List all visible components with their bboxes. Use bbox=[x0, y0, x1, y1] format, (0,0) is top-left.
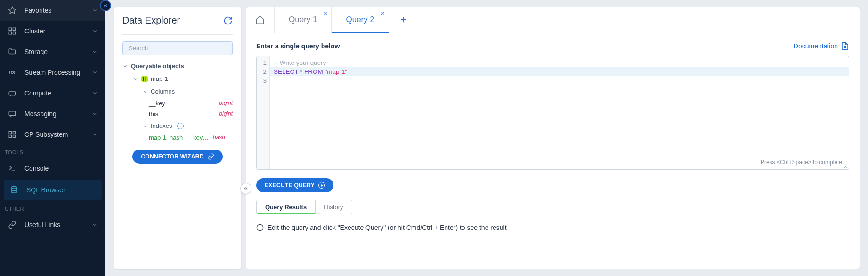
svg-rect-8 bbox=[9, 131, 11, 134]
index-row: map-1_hash___key-_... hash bbox=[122, 132, 233, 143]
svg-point-5 bbox=[11, 71, 14, 74]
tree-root[interactable]: Queryable objects bbox=[122, 60, 233, 72]
sidebar-item-cluster[interactable]: Cluster bbox=[0, 21, 105, 41]
resize-handle-icon[interactable] bbox=[842, 163, 848, 168]
sidebar-item-favorites[interactable]: Favorites bbox=[0, 0, 105, 21]
svg-rect-3 bbox=[9, 32, 11, 34]
sql-editor[interactable]: 123 -- Write your query SELECT * FROM "m… bbox=[256, 56, 849, 170]
tree-indexes-label: Indexes bbox=[151, 122, 172, 129]
chevron-down-icon bbox=[91, 221, 98, 228]
tree-indexes-node[interactable]: Indexes i bbox=[122, 119, 233, 132]
svg-marker-14 bbox=[321, 184, 323, 187]
column-row: this bigint bbox=[122, 109, 233, 119]
splitter-collapse-button[interactable] bbox=[240, 183, 251, 194]
sidebar-item-label: Messaging bbox=[24, 110, 57, 118]
code-comment: -- Write your query bbox=[274, 59, 326, 66]
svg-rect-2 bbox=[13, 28, 16, 30]
svg-rect-7 bbox=[9, 111, 16, 116]
sidebar-item-label: Console bbox=[24, 165, 49, 172]
doc-link-label: Documentation bbox=[794, 42, 838, 50]
sidebar-item-label: Cluster bbox=[24, 27, 45, 35]
query-area: Query 1 × Query 2 × Enter a single query… bbox=[246, 7, 860, 269]
svg-rect-9 bbox=[13, 131, 16, 134]
sidebar-item-compute[interactable]: Compute bbox=[0, 83, 105, 103]
sidebar-item-label: Storage bbox=[24, 48, 48, 55]
column-type: bigint bbox=[219, 100, 233, 107]
play-icon bbox=[318, 182, 325, 189]
sidebar-item-label: SQL Browser bbox=[26, 186, 65, 194]
sidebar-item-stream-processing[interactable]: Stream Processing bbox=[0, 62, 105, 83]
index-name: map-1_hash___key-_... bbox=[149, 134, 210, 141]
svg-rect-11 bbox=[13, 135, 16, 138]
sidebar-item-label: CP Subsystem bbox=[24, 131, 68, 138]
tree-columns-label: Columns bbox=[151, 88, 175, 95]
search-icon[interactable] bbox=[221, 45, 229, 52]
link-icon bbox=[208, 153, 214, 160]
close-icon[interactable]: × bbox=[381, 9, 385, 17]
column-row: __key bigint bbox=[122, 98, 233, 109]
query-content: Enter a single query below Documentation… bbox=[246, 33, 860, 269]
panel-title: Data Explorer bbox=[122, 15, 180, 26]
sidebar-item-sql-browser[interactable]: SQL Browser bbox=[4, 180, 102, 200]
link-icon bbox=[8, 220, 17, 229]
tab-query-2[interactable]: Query 2 × bbox=[332, 7, 389, 33]
tab-query-results[interactable]: Query Results bbox=[257, 200, 315, 214]
info-icon bbox=[256, 224, 264, 231]
sidebar-item-cp-subsystem[interactable]: CP Subsystem bbox=[0, 124, 105, 145]
database-icon bbox=[9, 185, 19, 195]
execute-query-button[interactable]: EXECUTE QUERY bbox=[256, 178, 333, 192]
tree-columns-node[interactable]: Columns bbox=[122, 85, 233, 98]
chevron-down-icon bbox=[122, 63, 128, 69]
sidebar: Favorites Cluster Storage Stream Process… bbox=[0, 0, 105, 276]
stream-icon bbox=[8, 68, 17, 77]
sidebar-item-useful-links[interactable]: Useful Links bbox=[0, 214, 105, 235]
tab-history[interactable]: History bbox=[315, 200, 351, 214]
sidebar-item-label: Stream Processing bbox=[24, 69, 80, 76]
documentation-link[interactable]: Documentation bbox=[794, 42, 849, 50]
sidebar-collapse-button[interactable] bbox=[100, 0, 111, 11]
tab-label: Query 1 bbox=[289, 15, 317, 24]
query-prompt: Enter a single query below bbox=[256, 42, 340, 50]
divider bbox=[122, 34, 233, 35]
tab-home[interactable] bbox=[246, 7, 275, 33]
code-keyword: FROM bbox=[304, 68, 323, 75]
compute-icon bbox=[8, 88, 17, 98]
result-hint-text: Edit the query and click "Execute Query"… bbox=[268, 224, 507, 231]
tree-map-node[interactable]: H map-1 bbox=[122, 72, 233, 85]
sidebar-item-label: Useful Links bbox=[24, 221, 60, 229]
code-operator: * bbox=[298, 68, 304, 75]
chevron-down-icon bbox=[91, 131, 98, 138]
code-keyword: SELECT bbox=[274, 68, 298, 75]
section-label-tools: TOOLS bbox=[0, 145, 105, 158]
code-string: "map-1" bbox=[323, 68, 348, 75]
tab-add-button[interactable] bbox=[389, 7, 418, 33]
close-icon[interactable]: × bbox=[324, 9, 327, 17]
connector-wizard-button[interactable]: CONNECTOR WIZARD bbox=[132, 150, 222, 164]
sidebar-item-messaging[interactable]: Messaging bbox=[0, 103, 105, 124]
svg-rect-4 bbox=[13, 32, 16, 34]
chevron-down-icon bbox=[91, 110, 98, 117]
sidebar-item-console[interactable]: Console bbox=[0, 158, 105, 179]
chevron-down-icon bbox=[142, 123, 148, 129]
sidebar-item-storage[interactable]: Storage bbox=[0, 41, 105, 62]
tab-query-1[interactable]: Query 1 × bbox=[275, 7, 332, 33]
refresh-icon[interactable] bbox=[223, 16, 233, 25]
editor-hint: Press <Ctrl+Space> to complete bbox=[761, 159, 842, 166]
button-label: EXECUTE QUERY bbox=[265, 182, 315, 189]
star-icon bbox=[8, 6, 17, 15]
grid-icon bbox=[8, 130, 17, 139]
button-label: CONNECTOR WIZARD bbox=[141, 153, 203, 160]
chevron-down-icon bbox=[133, 76, 138, 82]
folder-icon bbox=[8, 47, 17, 56]
editor-code[interactable]: -- Write your query SELECT * FROM "map-1… bbox=[270, 56, 849, 169]
data-explorer-panel: Data Explorer Queryable objects H map-1 … bbox=[114, 7, 241, 269]
tree-root-label: Queryable objects bbox=[131, 63, 184, 70]
search-input[interactable] bbox=[122, 41, 233, 55]
column-name: __key bbox=[149, 100, 165, 107]
index-type: hash bbox=[213, 134, 225, 141]
svg-rect-6 bbox=[9, 92, 16, 95]
info-icon[interactable]: i bbox=[177, 123, 184, 129]
map-badge: H bbox=[141, 76, 148, 82]
sidebar-item-label: Compute bbox=[24, 89, 51, 97]
svg-marker-0 bbox=[9, 7, 16, 14]
